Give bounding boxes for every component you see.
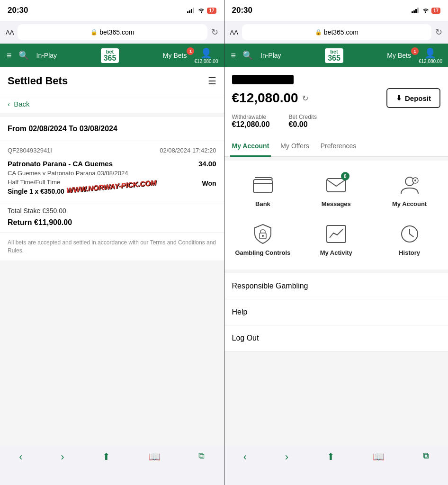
deposit-icon: ⬇ (396, 94, 402, 102)
tabs-btn-right[interactable]: ⧉ (423, 451, 429, 461)
hamburger-icon-right[interactable]: ≡ (228, 51, 239, 61)
bet-match-name: Patronato Parana - CA Guemes (8, 160, 113, 168)
sub-balance-row: Withdrawable €12,080.00 Bet Credits €0.0… (232, 114, 441, 129)
list-item-help[interactable]: Help (224, 299, 448, 325)
list-item-logout[interactable]: Log Out (224, 325, 448, 351)
username-bar (232, 75, 294, 84)
bet-credits-item: Bet Credits €0.00 (289, 114, 317, 129)
tab-preferences[interactable]: Preferences (319, 136, 358, 157)
bet-ref: QF2804932941I (8, 147, 52, 154)
gambling-controls-label: Gambling Controls (235, 249, 290, 256)
font-size-btn-left[interactable]: AA (6, 29, 14, 36)
search-icon-left[interactable]: 🔍 (17, 50, 31, 61)
refresh-btn-right[interactable]: ↻ (435, 27, 442, 37)
bet-ref-date: 02/08/2024 17:42:20 (160, 147, 216, 154)
right-panel: 20:30 17 AA 🔒 bet365.com ↻ ≡ 🔍 (224, 0, 448, 485)
url-bar-right[interactable]: 🔒 bet365.com (242, 24, 431, 40)
inplay-btn-left[interactable]: In-Play (33, 52, 61, 59)
account-list: Responsible Gambling Help Log Out (224, 273, 448, 351)
back-button[interactable]: ‹ Back (0, 95, 224, 113)
lock-icon-left: 🔒 (90, 29, 98, 36)
person-gear-icon (398, 174, 421, 197)
bet-market: Half Time/Full Time (8, 179, 60, 186)
svg-rect-6 (415, 9, 417, 13)
bet-ref-row: QF2804932941I 02/08/2024 17:42:20 (8, 147, 216, 154)
tabs-btn-left[interactable]: ⧉ (198, 451, 205, 461)
refresh-balance-icon[interactable]: ↻ (302, 94, 308, 103)
svg-point-12 (414, 180, 416, 181)
refresh-btn-left[interactable]: ↻ (211, 27, 218, 37)
svg-rect-1 (189, 10, 190, 13)
url-text-left: bet365.com (99, 28, 134, 36)
grid-item-gambling-controls[interactable]: Gambling Controls (228, 217, 298, 262)
nav-bar-left: ≡ 🔍 In-Play bet 365 My Bets 1 👤 €12,080.… (0, 44, 224, 67)
svg-rect-9 (327, 179, 346, 192)
bet365-logo-left[interactable]: bet 365 (63, 48, 157, 63)
list-item-responsible-gambling[interactable]: Responsible Gambling (224, 273, 448, 299)
grid-item-bank[interactable]: Bank (228, 168, 298, 213)
bet-selection: Single 1 x €350.00 (8, 188, 216, 195)
hamburger-icon-left[interactable]: ≡ (4, 51, 15, 61)
account-header: €12,080.00 ↻ ⬇ Deposit Withdrawable €12,… (224, 67, 448, 136)
settled-header: Settled Bets ☰ (0, 67, 224, 95)
svg-rect-2 (191, 9, 192, 13)
messages-label: Messages (322, 200, 351, 207)
tab-my-offers[interactable]: My Offers (278, 136, 311, 157)
svg-rect-0 (187, 11, 188, 13)
grid-item-messages[interactable]: 0 Messages (301, 168, 371, 213)
bank-label: Bank (255, 200, 270, 207)
account-btn-left[interactable]: 👤 €12,080.00 (192, 47, 220, 64)
font-size-btn-right[interactable]: AA (230, 29, 238, 36)
clock-icon (398, 223, 421, 245)
grid-item-history[interactable]: History (375, 217, 444, 262)
account-tabs: My Account My Offers Preferences (224, 136, 448, 157)
balance-row: €12,080.00 ↻ ⬇ Deposit (232, 88, 441, 108)
bookmarks-btn-left[interactable]: 📖 (149, 451, 161, 462)
left-content: Settled Bets ☰ ‹ Back From 02/08/2024 To… (0, 67, 224, 445)
search-icon-right[interactable]: 🔍 (241, 50, 255, 61)
share-btn-right[interactable]: ⬆ (327, 451, 335, 462)
date-range-header: From 02/08/2024 To 03/08/2024 (0, 117, 224, 141)
my-account-label: My Account (392, 200, 427, 207)
forward-nav-btn-left[interactable]: › (61, 451, 64, 463)
bets-badge-right: 1 (411, 47, 419, 55)
back-nav-btn-right[interactable]: ‹ (243, 451, 247, 463)
account-btn-right[interactable]: 👤 €12,080.00 (417, 47, 444, 64)
right-content: €12,080.00 ↻ ⬇ Deposit Withdrawable €12,… (224, 67, 448, 445)
battery-badge-left: 17 (207, 8, 216, 14)
chart-line-icon (325, 223, 348, 245)
grid-item-my-account[interactable]: My Account (375, 168, 444, 213)
grid-item-my-activity[interactable]: My Activity (301, 217, 371, 262)
mybets-btn-right[interactable]: My Bets 1 (383, 51, 415, 60)
url-bar-left[interactable]: 🔒 bet365.com (18, 24, 207, 40)
status-time-left: 20:30 (8, 6, 28, 15)
bet365-logo-right[interactable]: bet 365 (287, 48, 382, 63)
wallet-icon (251, 174, 274, 197)
bottom-bar-left: ‹ › ⬆ 📖 ⧉ (0, 445, 224, 485)
svg-rect-5 (413, 10, 415, 13)
deposit-button[interactable]: ⬇ Deposit (386, 88, 440, 108)
signal-icon (187, 8, 196, 13)
back-nav-btn-left[interactable]: ‹ (19, 451, 22, 463)
status-icons-right: 17 (412, 8, 440, 14)
wifi-icon (197, 8, 205, 13)
bottom-bar-right: ‹ › ⬆ 📖 ⧉ (224, 445, 448, 485)
bet-sub-match: CA Guemes v Patronato Parana 03/08/2024 (8, 170, 216, 177)
forward-nav-btn-right[interactable]: › (285, 451, 288, 463)
shield-lock-icon (251, 223, 274, 245)
wifi-icon-right (422, 8, 430, 13)
tab-my-account[interactable]: My Account (230, 136, 271, 157)
share-btn-left[interactable]: ⬆ (102, 451, 110, 462)
history-label: History (399, 249, 420, 256)
mybets-btn-left[interactable]: My Bets 1 (159, 51, 191, 60)
svg-point-14 (262, 235, 264, 237)
date-range-text: From 02/08/2024 To 03/08/2024 (8, 125, 216, 133)
inplay-btn-right[interactable]: In-Play (257, 52, 285, 59)
account-grid: Bank 0 Messages (224, 161, 448, 269)
bookmarks-btn-right[interactable]: 📖 (373, 451, 385, 462)
balance-amount: €12,080.00 (232, 90, 298, 106)
menu-icon[interactable]: ☰ (208, 75, 216, 87)
nav-bar-right: ≡ 🔍 In-Play bet 365 My Bets 1 👤 €12,080.… (224, 44, 448, 67)
status-time-right: 20:30 (232, 6, 252, 15)
bet-disclaimer: All bets are accepted and settled in acc… (0, 233, 224, 260)
